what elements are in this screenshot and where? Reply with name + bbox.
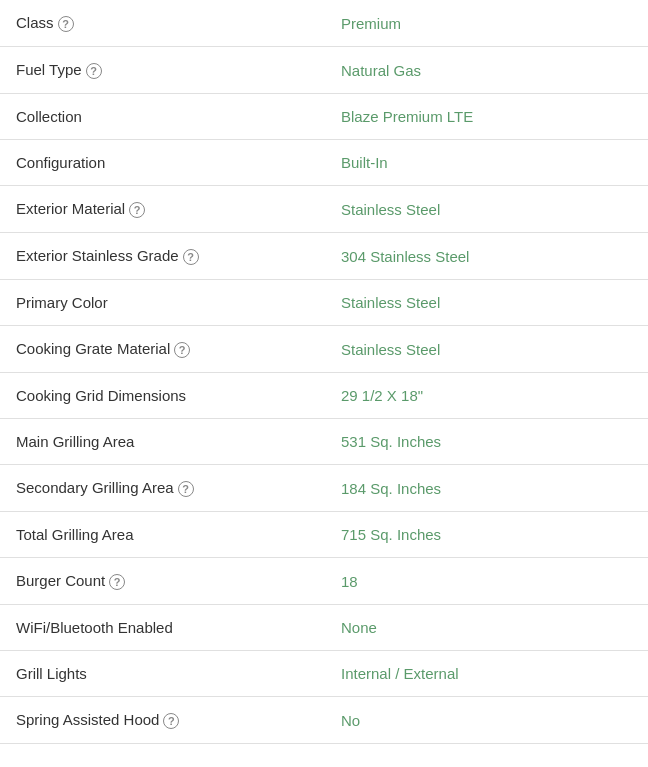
- help-icon[interactable]: ?: [174, 342, 190, 358]
- table-row: Exterior Stainless Grade?304 Stainless S…: [0, 233, 648, 280]
- table-row: CollectionBlaze Premium LTE: [0, 94, 648, 140]
- spec-value: No: [325, 697, 648, 744]
- table-row: Exterior Material?Stainless Steel: [0, 186, 648, 233]
- spec-label: Cooking Grid Dimensions: [0, 373, 325, 419]
- spec-value: 304 Stainless Steel: [325, 233, 648, 280]
- spec-label: Collection: [0, 94, 325, 140]
- spec-value: 531 Sq. Inches: [325, 419, 648, 465]
- spec-value: Premium: [325, 0, 648, 47]
- spec-label-text: Main Grilling Area: [16, 433, 134, 450]
- spec-label: Primary Color: [0, 280, 325, 326]
- table-row: Fuel Type?Natural Gas: [0, 47, 648, 94]
- spec-label-text: Burger Count: [16, 572, 105, 589]
- help-icon[interactable]: ?: [86, 63, 102, 79]
- spec-value: Stainless Steel: [325, 280, 648, 326]
- table-row: Total Grilling Area715 Sq. Inches: [0, 512, 648, 558]
- help-icon[interactable]: ?: [109, 574, 125, 590]
- spec-label: Configuration: [0, 140, 325, 186]
- spec-label: Burger Count?: [0, 558, 325, 605]
- spec-value: Natural Gas: [325, 47, 648, 94]
- spec-label: Spring Assisted Hood?: [0, 697, 325, 744]
- spec-label-text: Class: [16, 14, 54, 31]
- table-row: Main Grilling Area531 Sq. Inches: [0, 419, 648, 465]
- spec-label-text: Collection: [16, 108, 82, 125]
- spec-value: Internal / External: [325, 651, 648, 697]
- spec-label-text: Configuration: [16, 154, 105, 171]
- spec-label: Cooking Grate Material?: [0, 326, 325, 373]
- spec-value: 29 1/2 X 18": [325, 373, 648, 419]
- spec-label: Total Grilling Area: [0, 512, 325, 558]
- spec-label-text: Fuel Type: [16, 61, 82, 78]
- spec-label: Fuel Type?: [0, 47, 325, 94]
- table-row: Burger Count?18: [0, 558, 648, 605]
- spec-value: 715 Sq. Inches: [325, 512, 648, 558]
- table-row: WiFi/Bluetooth EnabledNone: [0, 605, 648, 651]
- spec-value: Blaze Premium LTE: [325, 94, 648, 140]
- spec-label: Class?: [0, 0, 325, 47]
- spec-label-text: Exterior Stainless Grade: [16, 247, 179, 264]
- table-row: Spring Assisted Hood?No: [0, 697, 648, 744]
- spec-label-text: Cooking Grid Dimensions: [16, 387, 186, 404]
- help-icon[interactable]: ?: [178, 481, 194, 497]
- help-icon[interactable]: ?: [129, 202, 145, 218]
- table-row: Class?Premium: [0, 0, 648, 47]
- spec-label-text: WiFi/Bluetooth Enabled: [16, 619, 173, 636]
- spec-label-text: Total Grilling Area: [16, 526, 134, 543]
- spec-label-text: Grill Lights: [16, 665, 87, 682]
- spec-label-text: Exterior Material: [16, 200, 125, 217]
- spec-label-text: Cooking Grate Material: [16, 340, 170, 357]
- spec-label: Grill Lights: [0, 651, 325, 697]
- spec-value: Stainless Steel: [325, 186, 648, 233]
- spec-label: Secondary Grilling Area?: [0, 465, 325, 512]
- table-row: Cooking Grate Material?Stainless Steel: [0, 326, 648, 373]
- spec-label-text: Primary Color: [16, 294, 108, 311]
- help-icon[interactable]: ?: [163, 713, 179, 729]
- spec-label-text: Secondary Grilling Area: [16, 479, 174, 496]
- help-icon[interactable]: ?: [58, 16, 74, 32]
- spec-value: 184 Sq. Inches: [325, 465, 648, 512]
- spec-label: Exterior Stainless Grade?: [0, 233, 325, 280]
- spec-label-text: Spring Assisted Hood: [16, 711, 159, 728]
- specs-table: Class?PremiumFuel Type?Natural GasCollec…: [0, 0, 648, 744]
- spec-label: Exterior Material?: [0, 186, 325, 233]
- spec-value: Built-In: [325, 140, 648, 186]
- spec-label: Main Grilling Area: [0, 419, 325, 465]
- spec-value: None: [325, 605, 648, 651]
- table-row: Grill LightsInternal / External: [0, 651, 648, 697]
- table-row: Secondary Grilling Area?184 Sq. Inches: [0, 465, 648, 512]
- spec-value: Stainless Steel: [325, 326, 648, 373]
- table-row: Primary ColorStainless Steel: [0, 280, 648, 326]
- table-row: ConfigurationBuilt-In: [0, 140, 648, 186]
- spec-value: 18: [325, 558, 648, 605]
- help-icon[interactable]: ?: [183, 249, 199, 265]
- table-row: Cooking Grid Dimensions29 1/2 X 18": [0, 373, 648, 419]
- spec-label: WiFi/Bluetooth Enabled: [0, 605, 325, 651]
